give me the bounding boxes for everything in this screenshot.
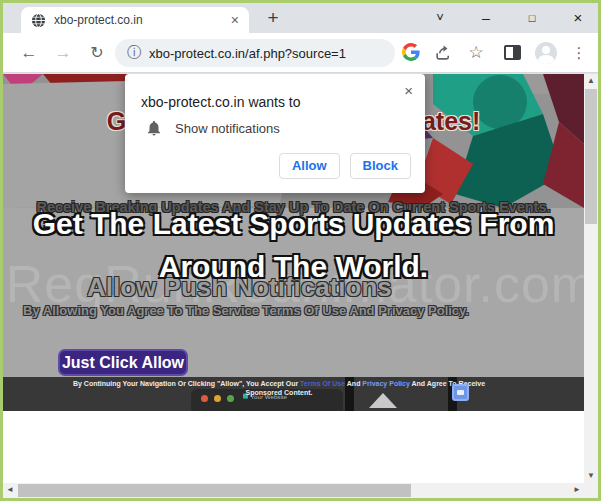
notification-permission-dialog: × xbo-protect.co.in wants to Show notifi… xyxy=(125,74,425,193)
permission-label: Show notifications xyxy=(175,121,280,136)
scroll-down-arrow-icon[interactable]: ▼ xyxy=(584,469,598,483)
dialog-close-icon[interactable]: × xyxy=(404,82,413,99)
titlebar: xbo-protect.co.in × + ˅ – □ × xyxy=(3,3,598,33)
profile-avatar[interactable] xyxy=(535,42,557,64)
vertical-scrollbar[interactable]: ▲ ▼ xyxy=(584,74,598,483)
avatar-head-shape xyxy=(542,46,550,54)
navbar: ← → ↻ ⓘ xbo-protect.co.in/af.php?source=… xyxy=(3,33,598,73)
scroll-left-arrow-icon[interactable]: ◄ xyxy=(3,483,17,497)
reload-button[interactable]: ↻ xyxy=(83,33,111,73)
bookmark-star-icon[interactable]: ☆ xyxy=(466,43,486,63)
vertical-scroll-thumb[interactable] xyxy=(585,89,597,224)
new-tab-button[interactable]: + xyxy=(261,6,285,30)
terms-of-use-link[interactable]: Terms Of Use xyxy=(300,380,345,388)
dialog-buttons: Allow Block xyxy=(279,153,411,179)
footer-text-post: And Agree To Receive xyxy=(409,380,484,388)
forward-button[interactable]: → xyxy=(49,33,77,73)
browser-menu-icon[interactable]: ⋮ xyxy=(569,43,589,63)
main-heading-line1: Get The Latest Sports Updates From xyxy=(3,202,584,245)
globe-favicon-icon xyxy=(31,13,46,28)
footer-text-pre: By Continuing Your Navigation Or Clickin… xyxy=(72,380,299,388)
scroll-up-arrow-icon[interactable]: ▲ xyxy=(584,74,598,88)
tab-close-icon[interactable]: × xyxy=(229,12,241,28)
main-heading-line2: Around The World. xyxy=(3,245,584,288)
tab-title: xbo-protect.co.in xyxy=(54,13,229,27)
omnibox[interactable]: ⓘ xbo-protect.co.in/af.php?source=1 xyxy=(115,39,395,67)
footer-bar: Your Website By Continuing Your Navigati… xyxy=(3,377,584,411)
block-button[interactable]: Block xyxy=(350,153,411,179)
permission-row: Show notifications xyxy=(145,119,280,137)
chat-widget-button[interactable] xyxy=(452,384,469,401)
browser-window: xbo-protect.co.in × + ˅ – □ × ← → ↻ ⓘ xb… xyxy=(0,0,601,501)
browser-tab[interactable]: xbo-protect.co.in × xyxy=(21,7,249,33)
horizontal-scrollbar[interactable]: ◄ ► xyxy=(3,483,584,498)
horizontal-scroll-thumb[interactable] xyxy=(18,484,411,497)
minimize-button[interactable]: – xyxy=(471,3,501,33)
dialog-title: xbo-protect.co.in wants to xyxy=(141,94,301,110)
page-content: Get The Latest Sports Updates! RegRunRea… xyxy=(3,74,598,498)
just-click-allow-button[interactable]: Just Click Allow xyxy=(58,349,188,376)
maximize-button[interactable]: □ xyxy=(517,3,547,33)
bell-icon xyxy=(145,119,163,137)
side-panel-fill xyxy=(513,47,519,58)
window-close-button[interactable]: × xyxy=(563,3,593,33)
privacy-policy-link[interactable]: Privacy Policy xyxy=(362,380,409,388)
share-icon[interactable] xyxy=(433,43,453,63)
side-panel-frame xyxy=(504,45,521,60)
footer-text-mid: And xyxy=(345,380,362,388)
scrollbar-corner xyxy=(584,483,598,498)
chat-glyph-icon xyxy=(457,390,464,395)
avatar-body-shape xyxy=(538,55,554,64)
footer-text-line2: Sponsored Content. xyxy=(245,388,312,396)
google-icon[interactable] xyxy=(401,43,421,63)
site-info-icon[interactable]: ⓘ xyxy=(127,44,141,62)
back-button[interactable]: ← xyxy=(15,33,43,73)
agree-terms-line: By Allowing You Agree To The Service Ter… xyxy=(23,303,469,318)
scroll-right-arrow-icon[interactable]: ► xyxy=(570,483,584,497)
allow-button[interactable]: Allow xyxy=(279,153,340,179)
side-panel-icon[interactable] xyxy=(504,43,524,63)
google-g-logo-icon xyxy=(402,43,420,61)
share-arrow-icon xyxy=(434,43,453,62)
url-text: xbo-protect.co.in/af.php?source=1 xyxy=(149,46,346,61)
tab-search-chevron-icon[interactable]: ˅ xyxy=(425,3,455,33)
main-heading: Get The Latest Sports Updates From Aroun… xyxy=(3,202,584,288)
